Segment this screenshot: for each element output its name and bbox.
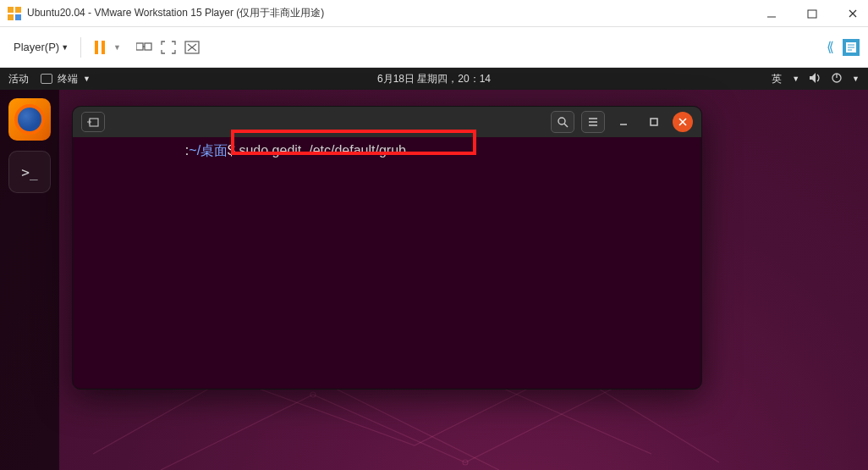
new-tab-button[interactable]: [81, 112, 105, 132]
svg-rect-8: [95, 41, 98, 54]
terminal-minimize-button[interactable]: [612, 111, 635, 133]
chevron-down-icon: ▼: [792, 75, 799, 83]
firefox-icon: [14, 104, 45, 135]
terminal-window: :~/桌面$ sudo gedit /etc/default/grub: [72, 106, 702, 390]
app-menu-label: 终端: [58, 72, 78, 86]
chevron-down-icon: ▼: [83, 75, 91, 83]
maximize-button[interactable]: [804, 5, 821, 22]
svg-rect-2: [8, 14, 14, 20]
svg-point-25: [310, 392, 316, 397]
prompt-symbol: $: [228, 143, 235, 158]
system-status-area[interactable]: 英 ▼ ▼: [772, 72, 860, 86]
terminal-command: sudo gedit /etc/default/grub: [239, 143, 405, 158]
pause-button[interactable]: [88, 36, 112, 59]
terminal-line: :~/桌面$ sudo gedit /etc/default/grub: [80, 142, 695, 160]
terminal-launcher[interactable]: >_: [8, 151, 51, 193]
svg-rect-11: [145, 43, 151, 50]
power-icon: [832, 73, 842, 86]
firefox-launcher[interactable]: [8, 98, 51, 141]
svg-rect-0: [8, 7, 14, 13]
fullscreen-button[interactable]: [157, 36, 180, 59]
ubuntu-topbar: 活动 终端 ▼ 6月18日 星期四，20：14 英 ▼ ▼: [0, 68, 868, 90]
svg-marker-20: [810, 73, 816, 83]
terminal-search-button[interactable]: [551, 111, 574, 133]
prompt-path: ~/桌面: [189, 143, 228, 158]
player-menu-label: Player(P): [14, 41, 59, 53]
vmware-titlebar: Ubuntu20.04 - VMware Workstation 15 Play…: [0, 0, 868, 27]
vmware-window-controls: [763, 5, 861, 22]
datetime-label[interactable]: 6月18日 星期四，20：14: [377, 72, 491, 86]
svg-rect-1: [15, 7, 21, 13]
svg-rect-3: [15, 14, 21, 20]
close-button[interactable]: [844, 5, 861, 22]
terminal-close-button[interactable]: [673, 112, 693, 132]
unity-mode-button[interactable]: [180, 36, 204, 59]
svg-point-26: [463, 460, 468, 465]
ubuntu-dock: >_: [0, 90, 59, 470]
activities-button[interactable]: 活动: [8, 72, 29, 86]
toolbar-separator: [80, 37, 81, 58]
terminal-icon: >_: [21, 164, 37, 180]
minimize-button[interactable]: [763, 5, 780, 22]
vmware-logo-icon: [7, 6, 22, 21]
vmware-toolbar: Player(P) ▼ ▼ ⟪: [0, 27, 868, 68]
dropdown-caret-icon[interactable]: ▼: [113, 43, 121, 52]
svg-rect-9: [102, 41, 105, 54]
terminal-maximize-button[interactable]: [642, 111, 666, 133]
guest-desktop: 活动 终端 ▼ 6月18日 星期四，20：14 英 ▼ ▼ >_: [0, 68, 868, 470]
svg-rect-5: [808, 10, 816, 18]
app-menu[interactable]: 终端 ▼: [41, 72, 91, 86]
chevron-down-icon: ▼: [852, 75, 860, 83]
svg-rect-37: [651, 119, 657, 125]
dropdown-caret-icon: ▼: [61, 43, 69, 52]
notes-icon[interactable]: [843, 39, 860, 56]
volume-icon: [810, 73, 821, 86]
terminal-titlebar[interactable]: [73, 107, 701, 137]
player-menu[interactable]: Player(P) ▼: [8, 37, 74, 57]
send-ctrl-alt-del-button[interactable]: [133, 36, 157, 59]
input-method-label: 英: [772, 72, 782, 86]
terminal-menu-button[interactable]: [581, 111, 605, 133]
terminal-mini-icon: [41, 74, 52, 84]
cycle-icon[interactable]: ⟪: [827, 39, 834, 55]
terminal-body[interactable]: :~/桌面$ sudo gedit /etc/default/grub: [73, 137, 701, 165]
vmware-window-title: Ubuntu20.04 - VMware Workstation 15 Play…: [27, 6, 324, 20]
svg-rect-10: [136, 43, 143, 50]
svg-line-32: [564, 124, 568, 127]
svg-point-31: [558, 118, 565, 124]
